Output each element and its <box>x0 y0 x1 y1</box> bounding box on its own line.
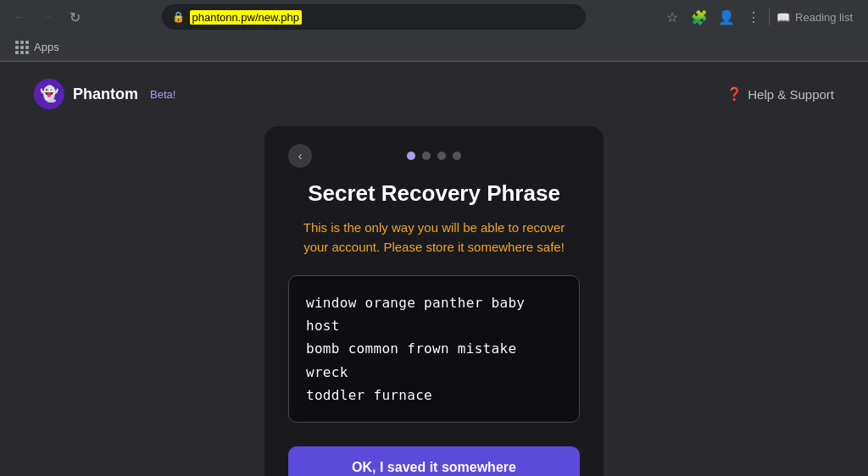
phrase-line-1: window orange panther baby host <box>306 291 562 337</box>
extensions-button[interactable]: 🧩 <box>687 5 711 29</box>
page-topbar: 👻 Phantom Beta! ❓ Help & Support <box>0 62 868 126</box>
toolbar-actions: ☆ 🧩 👤 ⋮ 📖 Reading list <box>660 5 860 29</box>
page-content: 👻 Phantom Beta! ❓ Help & Support ‹ Secre… <box>0 62 868 476</box>
step-dot-1 <box>407 152 415 160</box>
phantom-name: Phantom <box>73 86 138 103</box>
phantom-beta-label: Beta! <box>150 88 175 101</box>
star-button[interactable]: ☆ <box>660 5 684 29</box>
grid-icon <box>15 41 29 54</box>
help-icon: ❓ <box>726 86 743 102</box>
forward-button[interactable]: → <box>36 5 59 29</box>
phrase-box: window orange panther baby host bomb com… <box>288 275 580 423</box>
address-bar[interactable]: 🔒 phantonn.pw/new.php <box>162 4 586 30</box>
phrase-line-3: toddler furnace <box>306 384 562 407</box>
phrase-line-2: bomb common frown mistake wreck <box>306 337 562 383</box>
browser-toolbar: ← → ↻ 🔒 phantonn.pw/new.php ☆ 🧩 👤 ⋮ 📖 Re… <box>0 0 868 34</box>
apps-label: Apps <box>34 41 59 53</box>
browser-chrome: ← → ↻ 🔒 phantonn.pw/new.php ☆ 🧩 👤 ⋮ 📖 Re… <box>0 0 868 62</box>
back-button[interactable]: ← <box>8 5 32 29</box>
reading-list-section: 📖 Reading list <box>769 8 860 25</box>
card-warning: This is the only way you will be able to… <box>303 219 565 257</box>
warning-line1: This is the only way you will be able to… <box>303 220 565 235</box>
recovery-phrase-card: ‹ Secret Recovery Phrase This is the onl… <box>264 126 604 476</box>
reload-button[interactable]: ↻ <box>63 5 86 29</box>
back-button[interactable]: ‹ <box>288 144 312 168</box>
apps-button[interactable]: Apps <box>10 39 64 56</box>
step-dot-3 <box>437 152 446 160</box>
reading-list-label: Reading list <box>795 11 853 24</box>
address-url: phantonn.pw/new.php <box>190 10 303 25</box>
stepper: ‹ <box>288 152 580 160</box>
phantom-avatar-icon: 👻 <box>34 79 64 109</box>
card-title: Secret Recovery Phrase <box>308 180 560 207</box>
step-dot-4 <box>453 152 461 160</box>
nav-buttons: ← → ↻ <box>8 5 86 29</box>
lock-icon: 🔒 <box>172 11 185 23</box>
profile-button[interactable]: 👤 <box>715 5 738 29</box>
bookmarks-bar: Apps <box>0 34 868 61</box>
step-dot-2 <box>422 152 431 160</box>
reading-list-icon: 📖 <box>776 11 790 24</box>
warning-line2: your account. Please store it somewhere … <box>303 240 565 254</box>
menu-button[interactable]: ⋮ <box>742 5 765 29</box>
help-support-button[interactable]: ❓ Help & Support <box>726 86 834 102</box>
help-support-label: Help & Support <box>748 87 834 102</box>
ok-saved-button[interactable]: OK, I saved it somewhere <box>288 446 580 476</box>
phantom-logo: 👻 Phantom Beta! <box>34 79 175 109</box>
